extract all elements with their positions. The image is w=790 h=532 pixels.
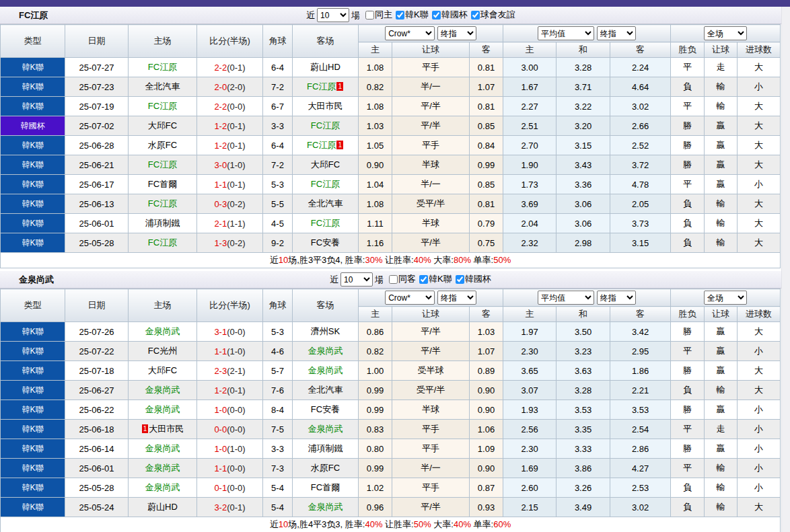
away-team-link[interactable]: 全北汽車 (308, 198, 343, 208)
match-date: 25-07-22 (65, 342, 129, 361)
home-team-link[interactable]: FC江原 (148, 159, 177, 169)
recent-count-select[interactable]: 10 (340, 272, 373, 287)
away-team-cell: FC江原1 (293, 77, 359, 97)
away-team-link[interactable]: FC安養 (311, 404, 340, 414)
home-team-link[interactable]: FC首爾 (148, 179, 177, 189)
home-team-link[interactable]: 金泉尚武 (145, 443, 180, 453)
home-team-link[interactable]: 大邱FC (148, 365, 177, 375)
match-date: 25-07-23 (65, 77, 129, 97)
filter-checkbox-2[interactable]: 韓國杯 (432, 9, 468, 21)
odds-time-select[interactable]: 终指 (437, 26, 476, 40)
handicap-line: 平手 (392, 420, 470, 439)
summary-segment: 80% (454, 255, 471, 265)
odds-source-select[interactable]: Crow* (385, 26, 435, 40)
checkbox-input[interactable] (456, 275, 464, 284)
avg-source-select[interactable]: 平均值 (538, 26, 594, 40)
home-team-link[interactable]: 金泉尚武 (145, 326, 180, 336)
checkbox-input[interactable] (432, 11, 441, 20)
team-name: 金泉尚武 (0, 274, 54, 286)
filter-checkbox-2[interactable]: 韓國杯 (456, 273, 491, 285)
home-team-link[interactable]: 大田市民 (149, 424, 184, 434)
home-team-link[interactable]: 浦項制鐵 (145, 218, 180, 228)
score-cell: 1-2(0-1) (197, 136, 263, 155)
away-team-link[interactable]: 浦項制鐵 (308, 443, 343, 453)
fulltime-score: 1-2 (214, 385, 227, 395)
home-team-link[interactable]: FC江原 (148, 62, 177, 72)
checkbox-input[interactable] (396, 11, 404, 20)
home-team-link[interactable]: 金泉尚武 (145, 404, 180, 414)
match-result: 勝 (671, 136, 705, 155)
home-team-link[interactable]: FC光州 (148, 346, 177, 356)
avg-time-select[interactable]: 终指 (597, 26, 636, 40)
match-result: 勝 (671, 116, 705, 136)
checkbox-input[interactable] (389, 275, 398, 284)
handicap-away-odds: 1.07 (470, 342, 503, 361)
avg-source-select[interactable]: 平均值 (538, 291, 594, 305)
avg-time-select[interactable]: 终指 (597, 291, 636, 305)
home-team-link[interactable]: FC江原 (148, 198, 177, 208)
home-team-link[interactable]: 水原FC (148, 140, 177, 150)
filter-checkbox-1[interactable]: 韓K聯 (396, 9, 429, 21)
away-team-link[interactable]: FC江原 (307, 140, 336, 150)
away-team-cell: FC安養 (293, 400, 359, 420)
handicap-result: 輸 (705, 97, 738, 116)
handicap-home-odds: 1.05 (359, 136, 392, 155)
away-team-link[interactable]: 金泉尚武 (308, 365, 343, 375)
corner-count: 7-3 (263, 459, 293, 478)
away-team-link[interactable]: FC江原 (311, 179, 340, 189)
away-team-link[interactable]: 金泉尚武 (308, 424, 343, 434)
odds-history-page: FC江原 近 10 場 同主韓K聯韓國杯球會友誼 类型 日期 主场 (0, 0, 790, 532)
home-team-cell: 金泉尚武 (129, 478, 197, 498)
away-team-link[interactable]: 蔚山HD (310, 62, 340, 72)
away-team-link[interactable]: FC安養 (311, 237, 340, 248)
away-team-link[interactable]: 濟州SK (311, 326, 340, 336)
away-team-link[interactable]: FC江原 (307, 81, 336, 91)
home-team-link[interactable]: 大邱FC (148, 120, 177, 130)
summary-segment: 10 (279, 255, 288, 265)
away-team-link[interactable]: 金泉尚武 (308, 502, 343, 512)
competition-badge: 韓K聯 (1, 439, 65, 459)
checkbox-input[interactable] (471, 11, 480, 20)
filter-checkbox-3[interactable]: 球會友誼 (471, 9, 515, 21)
home-team-link[interactable]: 蔚山HD (147, 502, 178, 512)
home-team-link[interactable]: 金泉尚武 (145, 385, 180, 395)
home-team-link[interactable]: 金泉尚武 (145, 482, 180, 492)
home-team-link[interactable]: 金泉尚武 (145, 463, 180, 473)
away-team-link[interactable]: 全北汽車 (308, 385, 343, 395)
filter-checkbox-0[interactable]: 同客 (389, 273, 416, 285)
away-team-link[interactable]: 金泉尚武 (308, 346, 343, 356)
avg-away-odds: 2.53 (610, 478, 671, 498)
handicap-result: 輸 (705, 77, 738, 97)
away-team-link[interactable]: 水原FC (311, 463, 340, 473)
checkbox-input[interactable] (419, 275, 428, 284)
competition-badge: 韓K聯 (1, 194, 65, 214)
subcol-avg-away: 客 (610, 42, 671, 58)
handicap-line: 半球 (392, 155, 470, 175)
away-team-link[interactable]: FC首爾 (311, 482, 340, 492)
recent-count-select[interactable]: 10 (317, 8, 349, 22)
odds-time-select[interactable]: 终指 (437, 291, 476, 305)
away-team-cell: FC江原 (293, 214, 359, 233)
handicap-home-odds: 0.82 (359, 77, 392, 97)
summary-segment: 10 (279, 519, 288, 529)
filter-checkbox-0[interactable]: 同主 (365, 9, 392, 21)
away-team-link[interactable]: FC江原 (311, 120, 340, 130)
handicap-line: 平手 (392, 136, 470, 155)
filter-checkbox-1[interactable]: 韓K聯 (419, 273, 452, 285)
odds-source-select[interactable]: Crow* (385, 291, 435, 305)
away-team-link[interactable]: 大邱FC (311, 159, 340, 169)
vertical-scrollbar[interactable] (781, 7, 790, 532)
checkbox-input[interactable] (365, 11, 374, 20)
handicap-away-odds: 0.79 (470, 214, 503, 233)
handicap-home-odds: 0.90 (359, 155, 392, 175)
result-scope-select[interactable]: 全场 (704, 291, 747, 305)
home-team-link[interactable]: FC江原 (148, 101, 177, 111)
home-team-link[interactable]: FC江原 (148, 237, 177, 248)
away-team-link[interactable]: FC江原 (311, 218, 340, 228)
competition-label: 韓K聯 (22, 346, 43, 356)
summary-segment: 40% (454, 519, 471, 529)
result-scope-select[interactable]: 全场 (704, 26, 747, 40)
avg-draw-odds: 3.06 (556, 214, 610, 233)
home-team-link[interactable]: 全北汽車 (145, 81, 180, 91)
away-team-link[interactable]: 大田市民 (308, 101, 343, 111)
